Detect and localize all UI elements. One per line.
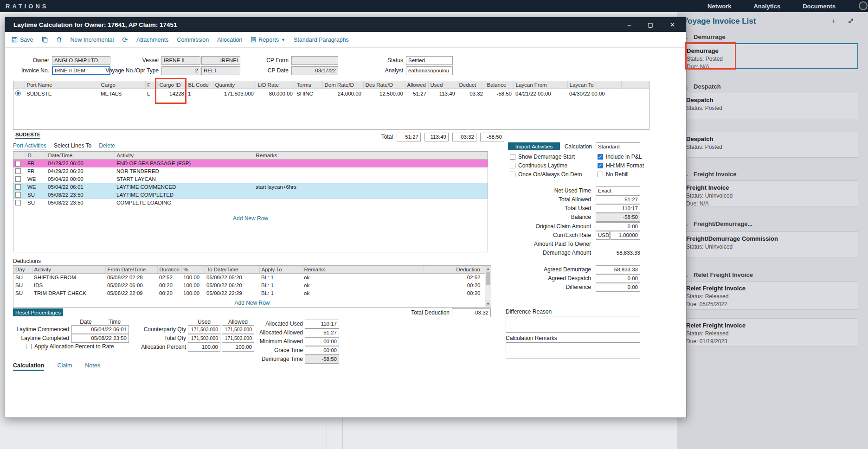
tab-claim[interactable]: Claim <box>57 362 72 371</box>
allocation-button[interactable]: Allocation <box>217 37 242 43</box>
owner-field[interactable]: ANGLO SHIP LTD <box>52 56 110 65</box>
difference-reason-textarea[interactable] <box>506 316 640 333</box>
checkbox-checked-icon[interactable] <box>598 154 603 160</box>
checkbox-icon[interactable] <box>510 163 515 168</box>
scroll-thumb[interactable] <box>486 272 490 285</box>
expand-panel-icon[interactable] <box>848 18 854 26</box>
scroll-up-icon[interactable]: ▲ <box>485 266 491 272</box>
grace-time-field[interactable]: 00:00 <box>305 346 339 355</box>
section-freight-demurrage[interactable]: ⌄Freight/Demurrage... <box>685 220 752 227</box>
port-tab-sudeste[interactable]: SUDESTE <box>15 132 40 139</box>
apply-allocation-percent-checkbox[interactable]: Apply Allocation Percent to Rate <box>26 343 114 350</box>
no-rebill-checkbox[interactable]: No Rebill <box>598 171 629 178</box>
refresh-icon[interactable]: ⟳ <box>122 36 128 44</box>
allocation-percent-used-field[interactable]: 100.00 <box>188 343 220 352</box>
tab-notes[interactable]: Notes <box>85 362 100 371</box>
deduction-row[interactable]: SU SHIFTING FROM 05/08/22 02:28 02:52 10… <box>13 274 491 282</box>
agreed-despatch-field[interactable]: 0.00 <box>596 274 640 283</box>
nav-analytics[interactable]: Analytics <box>753 3 780 10</box>
agreed-demurrage-field[interactable]: 58,833.33 <box>596 265 640 274</box>
nav-network[interactable]: Network <box>707 3 731 10</box>
activity-row[interactable]: WE 05/04/22 00:00 START LAYCAN <box>13 175 488 183</box>
once-on-always-on-dem-checkbox[interactable]: Once On/Always On Dem <box>510 171 582 178</box>
vessel-code-field[interactable]: IRENEI <box>201 56 240 65</box>
invoice-card-relet-2[interactable]: Relet Freight Invoice Status: Released D… <box>680 318 858 347</box>
row-checkbox[interactable] <box>15 176 21 182</box>
calculation-select[interactable]: Standard <box>596 142 640 151</box>
row-checkbox[interactable] <box>15 184 21 190</box>
row-checkbox[interactable] <box>15 161 21 167</box>
section-relet-freight-invoice[interactable]: ⌄Relet Freight Invoice <box>685 271 753 278</box>
deductions-scrollbar[interactable]: ▲ ▼ <box>485 266 491 307</box>
opr-type-field[interactable]: RELT <box>201 66 240 75</box>
standard-paragraphs-button[interactable]: Standard Paragraphs <box>294 37 349 43</box>
cp-form-field[interactable] <box>291 56 338 65</box>
original-claim-amount-field[interactable]: 0.00 <box>596 222 640 231</box>
maximize-icon[interactable]: ▢ <box>648 22 653 28</box>
scroll-down-icon[interactable]: ▼ <box>485 301 491 307</box>
activity-row[interactable]: WE 05/04/22 06:01 LAYTIME COMMENCED star… <box>13 183 488 191</box>
copy-icon[interactable] <box>42 37 48 43</box>
invoice-card-freight-demurrage-commission[interactable]: Freight/Demurrage Commission Status: Uni… <box>680 231 858 257</box>
status-field[interactable]: Settled <box>406 56 453 65</box>
activities-add-new-row-link[interactable]: Add New Row <box>13 215 488 222</box>
currency-field[interactable]: USD <box>596 231 610 240</box>
activity-row[interactable]: SU 05/08/22 23:50 LAYTIME COMPLETED <box>13 191 488 199</box>
close-icon[interactable]: ✕ <box>670 22 675 28</box>
reset-percentages-button[interactable]: Reset Percentages <box>13 308 63 316</box>
cp-date-field[interactable]: 03/17/22 <box>291 66 338 75</box>
calculation-remarks-textarea[interactable] <box>506 342 640 359</box>
checkbox-icon[interactable] <box>510 172 515 177</box>
invoice-card-despatch-2[interactable]: Despatch Status: Posted <box>680 132 858 158</box>
section-demurrage[interactable]: ⌄Demurrage <box>685 33 726 40</box>
tab-calculation[interactable]: Calculation <box>13 362 44 371</box>
reports-dropdown[interactable]: Reports ▼ <box>251 37 285 43</box>
checkbox-icon[interactable] <box>26 344 32 349</box>
checkbox-icon[interactable] <box>598 172 603 177</box>
deduction-row[interactable]: SU TRIM DRAFT CHECK 05/08/22 22:09 00:20… <box>13 289 491 297</box>
tab-port-activities[interactable]: Port Activities <box>13 142 46 149</box>
laytime-commenced-label: Laytime Commenced <box>5 325 69 334</box>
activity-row[interactable]: SU 05/08/22 23:50 COMPLETE LOADING <box>13 199 488 207</box>
vessel-field[interactable]: IRENE II <box>161 56 200 65</box>
row-checkbox[interactable] <box>15 200 21 205</box>
voyage-invoice-list-panel: Voyage Invoice List + ⌄Demurrage Demurra… <box>677 12 868 449</box>
deduction-row[interactable]: SU IDS 05/08/22 06:00 00:20 100.00 05/08… <box>13 282 491 289</box>
show-demurrage-start-checkbox[interactable]: Show Demurrage Start <box>510 154 575 160</box>
add-invoice-icon[interactable]: + <box>831 18 836 25</box>
hhmm-format-checkbox[interactable]: HH:MM Format <box>598 162 644 169</box>
delete-lines-link[interactable]: Delete <box>99 142 115 149</box>
invoice-card-relet-1[interactable]: Relet Freight Invoice Status: Released D… <box>680 281 858 310</box>
row-checkbox[interactable] <box>15 168 21 174</box>
user-avatar[interactable] <box>859 1 868 10</box>
deductions-add-new-row-link[interactable]: Add New Row <box>13 300 491 306</box>
minimum-allowed-field[interactable]: 00:00 <box>305 337 339 346</box>
save-button[interactable]: Save <box>12 37 33 43</box>
laytime-commenced-field[interactable]: 05/04/22 06:01 <box>71 325 129 334</box>
new-incremental-button[interactable]: New Incremental <box>71 37 114 43</box>
include-in-pl-checkbox[interactable]: Include in P&L <box>598 154 642 160</box>
laytime-completed-field[interactable]: 05/08/22 23:50 <box>71 334 129 343</box>
delete-icon[interactable] <box>56 37 62 43</box>
exch-rate-field[interactable]: 1.00000 <box>611 231 640 240</box>
section-freight-invoice[interactable]: ⌄Freight Invoice <box>685 171 737 178</box>
commission-button[interactable]: Commission <box>177 37 209 43</box>
minimize-icon[interactable]: – <box>628 22 631 28</box>
net-used-time-select[interactable]: Exact <box>596 186 640 195</box>
row-checkbox[interactable] <box>15 192 21 198</box>
cargo-row-radio[interactable] <box>15 90 21 96</box>
section-despatch[interactable]: ⌄Despatch <box>685 83 721 90</box>
attachments-button[interactable]: Attachments <box>136 37 168 43</box>
analyst-field[interactable]: eathanasopoulou <box>406 66 453 75</box>
checkbox-icon[interactable] <box>510 154 515 160</box>
invoice-card-freight[interactable]: Freight Invoice Status: Uninvoiced Due: … <box>680 180 858 206</box>
activity-row[interactable]: FR 04/29/22 06:00 END OF SEA PASSAGE (ES… <box>13 160 488 167</box>
nav-documents[interactable]: Documents <box>803 3 836 10</box>
voyage-no-field[interactable]: 2 <box>161 66 200 75</box>
panel-title: Voyage Invoice List <box>683 17 756 26</box>
continuous-laytime-checkbox[interactable]: Continuous Laytime <box>510 162 567 169</box>
activity-row[interactable]: FR 04/29/22 06:20 NOR TENDERED <box>13 167 488 175</box>
invoice-card-despatch-1[interactable]: Despatch Status: Posted <box>680 93 858 119</box>
checkbox-checked-icon[interactable] <box>598 163 603 168</box>
cargo-row[interactable]: SUDESTE METALS L 14228 1 171,503.000 80,… <box>13 89 649 99</box>
